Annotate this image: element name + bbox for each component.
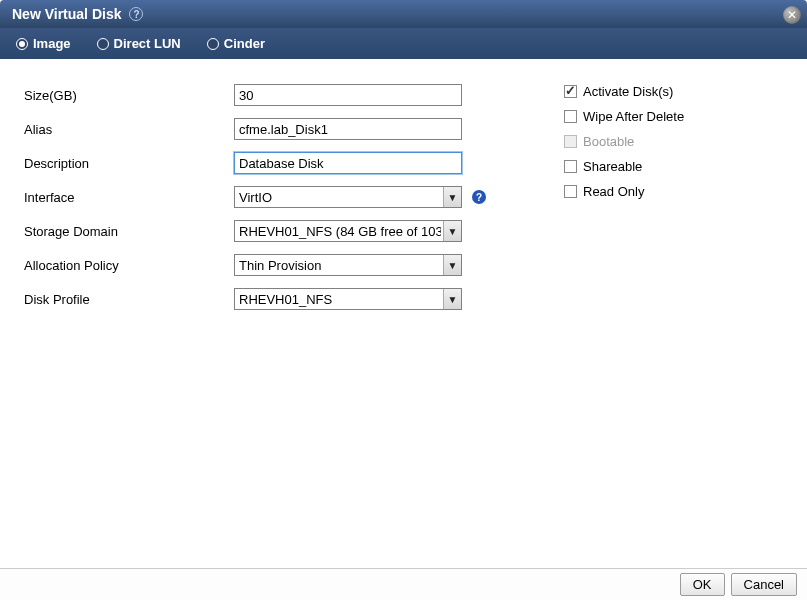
tab-cinder[interactable]: Cinder (207, 36, 265, 51)
activate-disk-label: Activate Disk(s) (583, 84, 673, 99)
option-activate-disk[interactable]: Activate Disk(s) (564, 84, 783, 99)
allocation-policy-select-wrap: ▼ (234, 254, 462, 276)
row-allocation-policy: Allocation Policy ▼ (24, 254, 534, 276)
tab-image-label: Image (33, 36, 71, 51)
radio-icon (16, 38, 28, 50)
read-only-label: Read Only (583, 184, 644, 199)
radio-icon (207, 38, 219, 50)
option-wipe-after-delete[interactable]: Wipe After Delete (564, 109, 783, 124)
ok-button[interactable]: OK (680, 573, 725, 596)
dialog-footer: OK Cancel (0, 568, 807, 600)
shareable-label: Shareable (583, 159, 642, 174)
description-input[interactable] (234, 152, 462, 174)
interface-select[interactable] (234, 186, 462, 208)
tab-cinder-label: Cinder (224, 36, 265, 51)
cancel-button[interactable]: Cancel (731, 573, 797, 596)
interface-help-icon[interactable]: ? (472, 190, 486, 204)
storage-domain-label: Storage Domain (24, 224, 234, 239)
interface-select-wrap: ▼ (234, 186, 462, 208)
row-size: Size(GB) (24, 84, 534, 106)
disk-profile-select[interactable] (234, 288, 462, 310)
storage-domain-select[interactable] (234, 220, 462, 242)
checkbox-icon (564, 185, 577, 198)
checkbox-icon (564, 135, 577, 148)
dialog-title: New Virtual Disk (12, 6, 121, 22)
title-help-icon[interactable]: ? (129, 7, 143, 21)
row-disk-profile: Disk Profile ▼ (24, 288, 534, 310)
allocation-policy-select[interactable] (234, 254, 462, 276)
size-label: Size(GB) (24, 88, 234, 103)
row-alias: Alias (24, 118, 534, 140)
form-column: Size(GB) Alias Description Interface ▼ ?… (24, 84, 534, 568)
disk-profile-select-wrap: ▼ (234, 288, 462, 310)
close-icon[interactable]: ✕ (783, 6, 801, 24)
row-description: Description (24, 152, 534, 174)
tab-direct-lun[interactable]: Direct LUN (97, 36, 181, 51)
interface-label: Interface (24, 190, 234, 205)
allocation-policy-label: Allocation Policy (24, 258, 234, 273)
size-input[interactable] (234, 84, 462, 106)
disk-profile-label: Disk Profile (24, 292, 234, 307)
option-read-only[interactable]: Read Only (564, 184, 783, 199)
option-shareable[interactable]: Shareable (564, 159, 783, 174)
storage-domain-select-wrap: ▼ (234, 220, 462, 242)
alias-label: Alias (24, 122, 234, 137)
alias-input[interactable] (234, 118, 462, 140)
wipe-after-delete-label: Wipe After Delete (583, 109, 684, 124)
checkbox-icon (564, 85, 577, 98)
checkbox-icon (564, 110, 577, 123)
option-bootable: Bootable (564, 134, 783, 149)
options-column: Activate Disk(s) Wipe After Delete Boota… (534, 84, 783, 568)
bootable-label: Bootable (583, 134, 634, 149)
checkbox-icon (564, 160, 577, 173)
title-bar: New Virtual Disk ? (0, 0, 807, 28)
tab-image[interactable]: Image (16, 36, 71, 51)
row-interface: Interface ▼ ? (24, 186, 534, 208)
description-label: Description (24, 156, 234, 171)
dialog-content: Size(GB) Alias Description Interface ▼ ?… (0, 56, 807, 568)
disk-type-tabs: Image Direct LUN Cinder (0, 28, 807, 59)
tab-direct-lun-label: Direct LUN (114, 36, 181, 51)
radio-icon (97, 38, 109, 50)
row-storage-domain: Storage Domain ▼ (24, 220, 534, 242)
